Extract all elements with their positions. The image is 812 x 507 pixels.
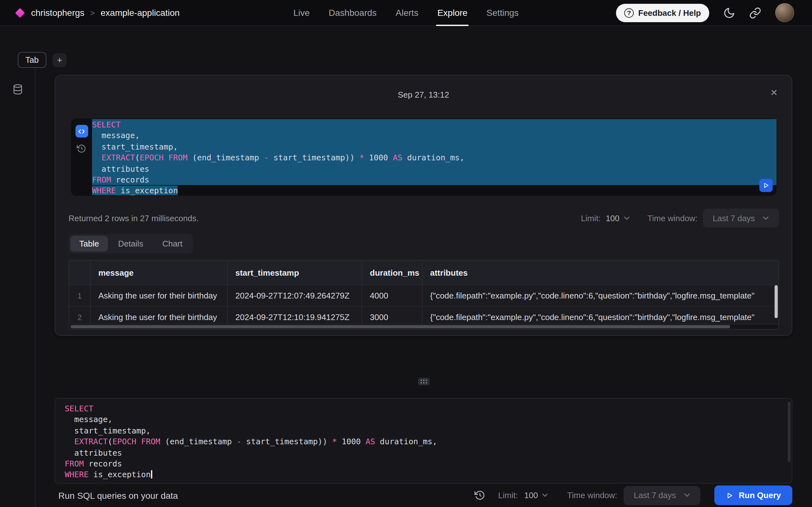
breadcrumb: christophergs > example-application (16, 8, 180, 18)
table-row[interactable]: 1Asking the user for their birthday2024-… (69, 285, 778, 306)
splitter-row (55, 378, 792, 385)
table-header-cell: message (90, 261, 227, 285)
history-icon (77, 144, 86, 153)
limit-label: Limit: (581, 213, 601, 223)
sql-line: start_timestamp, (92, 141, 776, 153)
run-query-button[interactable]: Run Query (714, 486, 792, 505)
sql-line: EXTRACT(EPOCH FROM (end_timestamp - star… (92, 152, 776, 163)
chevron-down-icon (623, 216, 629, 220)
limit-dropdown[interactable]: 100 (606, 213, 629, 223)
run-hint: Run SQL queries on your data (58, 490, 178, 500)
result-controls: Limit: 100 Time window: Last 7 days (581, 209, 779, 228)
cell-start-timestamp: 2024-09-27T12:10:19.941275Z (227, 307, 362, 324)
table-header-cell: attributes (422, 261, 778, 285)
nav-item-live[interactable]: Live (284, 0, 319, 26)
breadcrumb-project[interactable]: example-application (101, 8, 180, 18)
sql-line: EXTRACT(EPOCH FROM (end_timestamp - star… (65, 436, 785, 447)
theme-toggle-button[interactable] (723, 7, 735, 19)
schema-browser-button[interactable] (8, 83, 27, 96)
query-tab-strip: Tab + (0, 26, 812, 68)
vertical-scrollbar-thumb[interactable] (774, 285, 778, 318)
feedback-help-label: Feedback / Help (638, 8, 701, 17)
close-button[interactable]: ✕ (767, 88, 781, 98)
limit-dropdown[interactable]: 100 (524, 491, 548, 500)
table-header-cell: duration_ms (362, 261, 422, 285)
table-header-cell: start_timestamp (227, 261, 362, 285)
left-rail (0, 68, 36, 507)
sql-line: WHERE is_exception (65, 469, 785, 481)
help-icon: ? (624, 8, 634, 17)
results-table: messagestart_timestampduration_msattribu… (68, 260, 779, 330)
cell-duration-ms: 4000 (362, 285, 422, 306)
sql-line: SELECT (92, 119, 776, 130)
cell-start-timestamp: 2024-09-27T12:07:49.264279Z (227, 285, 362, 306)
executed-query-block: SELECT message, start_timestamp, EXTRACT… (71, 118, 776, 196)
sql-line: attributes (92, 163, 776, 174)
query-history-button[interactable] (77, 144, 86, 153)
sql-line: FROM records (92, 174, 776, 185)
sql-editor-panel[interactable]: SELECT message, start_timestamp, EXTRACT… (55, 398, 792, 484)
splitter-handle[interactable] (418, 378, 429, 385)
row-number: 1 (69, 285, 90, 306)
main-column: Sep 27, 13:12 ✕ (36, 68, 812, 507)
navbar-actions: ? Feedback / Help (616, 3, 794, 22)
moon-icon (723, 7, 735, 19)
tab-chart[interactable]: Chart (154, 236, 192, 251)
run-query-label: Run Query (739, 491, 781, 500)
table-row[interactable]: 2Asking the user for their birthday2024-… (69, 306, 778, 324)
cell-message: Asking the user for their birthday (90, 307, 227, 324)
horizontal-scrollbar-thumb[interactable] (70, 325, 730, 328)
nav-item-settings[interactable]: Settings (477, 0, 528, 26)
copy-link-button[interactable] (749, 7, 761, 19)
main-nav: LiveDashboardsAlertsExploreSettings (284, 0, 528, 26)
sql-line: attributes (65, 447, 785, 458)
horizontal-scrollbar[interactable] (69, 324, 778, 329)
nav-item-alerts[interactable]: Alerts (386, 0, 428, 26)
breadcrumb-org[interactable]: christophergs (31, 8, 84, 18)
logfire-app: christophergs > example-application Live… (0, 0, 812, 507)
result-tabs: TableDetailsChart (68, 234, 193, 253)
result-timestamp: Sep 27, 13:12 (398, 90, 449, 99)
row-number: 2 (69, 307, 90, 324)
text-cursor (151, 470, 152, 479)
feedback-help-button[interactable]: ? Feedback / Help (616, 3, 709, 22)
database-icon (12, 83, 23, 95)
tab-details[interactable]: Details (109, 236, 152, 251)
run-selection-button[interactable] (759, 179, 773, 192)
add-tab-button[interactable]: + (53, 53, 67, 67)
chevron-down-icon (763, 216, 769, 220)
play-icon (725, 492, 733, 499)
logfire-logo-icon (15, 8, 25, 17)
result-status: Returned 2 rows in 27 milliseconds. (68, 213, 199, 223)
table-header-cell (69, 261, 90, 285)
chevron-down-icon (542, 493, 548, 498)
result-status-row: Returned 2 rows in 27 milliseconds. Limi… (68, 209, 779, 228)
query-history-button[interactable] (475, 490, 486, 501)
editor-scrollbar[interactable] (788, 402, 791, 462)
sql-line: message, (65, 414, 785, 425)
limit-label: Limit: (498, 491, 518, 500)
query-tab[interactable]: Tab (18, 52, 46, 68)
navbar: christophergs > example-application Live… (0, 0, 812, 26)
user-avatar[interactable] (775, 3, 794, 22)
cell-attributes: {"code.filepath":"example.py","code.line… (422, 285, 778, 306)
table-header-row: messagestart_timestampduration_msattribu… (69, 261, 778, 285)
run-bar-controls: Limit: 100 Time window: Last 7 days (475, 486, 792, 505)
tab-table[interactable]: Table (70, 236, 108, 251)
nav-item-dashboards[interactable]: Dashboards (319, 0, 386, 26)
sql-line: FROM records (65, 458, 785, 469)
sql-line: start_timestamp, (65, 425, 785, 436)
time-window-dropdown[interactable]: Last 7 days (703, 209, 779, 228)
nav-item-explore[interactable]: Explore (428, 0, 477, 26)
result-sql-view[interactable]: SELECT message, start_timestamp, EXTRACT… (92, 118, 776, 196)
breadcrumb-separator-icon: > (90, 8, 95, 17)
cell-message: Asking the user for their birthday (90, 285, 227, 306)
run-bar: Run SQL queries on your data Limit: 100 (55, 484, 792, 507)
query-result-card: Sep 27, 13:12 ✕ (55, 75, 792, 336)
link-icon (749, 7, 761, 19)
code-toggle-button[interactable] (75, 125, 88, 137)
vertical-scrollbar[interactable] (774, 285, 778, 325)
sql-line: WHERE is_exception (92, 185, 776, 196)
play-icon (763, 182, 769, 189)
time-window-dropdown[interactable]: Last 7 days (623, 486, 700, 505)
